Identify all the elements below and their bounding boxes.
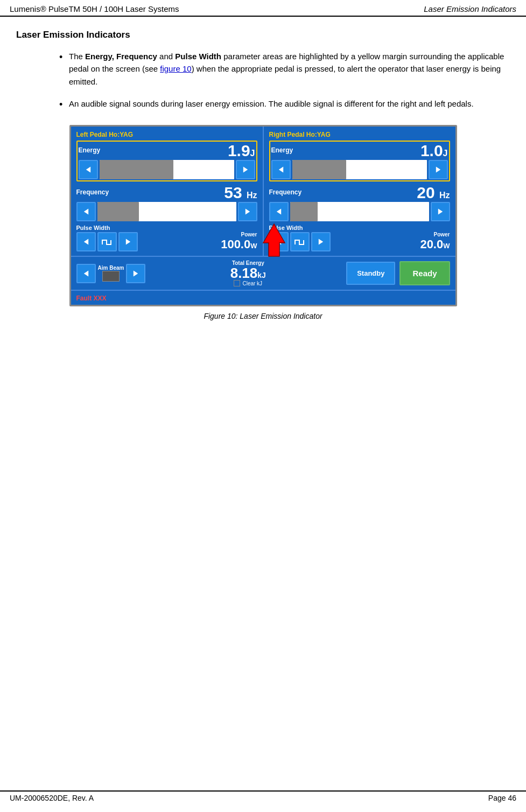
right-pedal-col: Right Pedal Ho:YAG Energy 1.0J xyxy=(264,127,455,256)
list-item-2: An audible signal sounds during laser en… xyxy=(59,97,510,110)
left-pedal-col: Left Pedal Ho:YAG Energy 1.9J xyxy=(71,127,264,256)
right-energy-block: Energy 1.0J xyxy=(269,141,450,181)
left-energy-value: 1.9J xyxy=(228,143,255,159)
right-freq-dec-btn[interactable] xyxy=(269,202,289,221)
aim-beam-inc-btn[interactable] xyxy=(126,264,145,283)
right-freq-slider[interactable] xyxy=(290,202,429,221)
figure-caption: Figure 10: Laser Emission Indicator xyxy=(204,312,322,320)
right-freq-slider-row xyxy=(269,202,450,221)
left-pw-label: Pulse Width xyxy=(76,225,219,231)
svg-marker-12 xyxy=(83,270,88,276)
right-freq-fill xyxy=(290,202,318,221)
left-energy-label: Energy xyxy=(79,146,101,154)
left-freq-fill xyxy=(97,202,139,221)
clear-kj-label: Clear kJ xyxy=(242,281,262,286)
svg-marker-7 xyxy=(436,166,440,172)
right-freq-value: 20 Hz xyxy=(417,185,450,201)
right-energy-dec-btn[interactable] xyxy=(271,160,291,179)
bullet-list: The Energy, Frequency and Pulse Width pa… xyxy=(16,50,510,110)
svg-marker-1 xyxy=(243,166,247,172)
svg-marker-0 xyxy=(86,166,90,172)
left-freq-dec-btn[interactable] xyxy=(76,202,96,221)
right-energy-slider[interactable] xyxy=(292,160,427,179)
left-energy-slider-row xyxy=(79,160,255,179)
left-freq-inc-btn[interactable] xyxy=(238,202,257,221)
right-energy-value: 1.0J xyxy=(420,143,448,159)
aim-beam-section: Aim Beam xyxy=(76,264,146,283)
left-freq-label: Frequency xyxy=(76,188,109,196)
svg-marker-11 xyxy=(318,239,322,244)
standby-button[interactable]: Standby xyxy=(346,262,395,285)
right-pw-label: Pulse Width xyxy=(269,225,418,231)
aim-beam-label: Aim Beam xyxy=(98,265,124,271)
bold-terms-2: Pulse Width xyxy=(175,52,221,61)
bold-terms-1: Energy, Frequency xyxy=(85,52,157,61)
right-power-label: Power xyxy=(433,232,450,237)
section-title: Laser Emission Indicators xyxy=(16,30,510,40)
list-item-1: The Energy, Frequency and Pulse Width pa… xyxy=(59,50,510,88)
figure-container: Left Pedal Ho:YAG Energy 1.9J xyxy=(69,125,457,320)
right-pw-slider-row xyxy=(269,232,418,251)
right-pw-inc-btn[interactable] xyxy=(311,232,331,251)
page-header: Lumenis® PulseTM 50H / 100H Laser System… xyxy=(0,0,526,17)
right-power-value: 20.0W xyxy=(420,237,450,251)
laser-panel: Left Pedal Ho:YAG Energy 1.9J xyxy=(69,125,457,306)
left-energy-dec-btn[interactable] xyxy=(79,160,98,179)
left-pw-dec-btn[interactable] xyxy=(76,232,96,251)
fault-row: Fault XXX xyxy=(71,290,455,305)
left-pw-icon xyxy=(97,232,117,251)
right-energy-inc-btn[interactable] xyxy=(429,160,448,179)
right-freq-inc-btn[interactable] xyxy=(431,202,450,221)
right-energy-fill xyxy=(292,160,346,179)
svg-marker-2 xyxy=(83,208,88,214)
right-pw-dec-btn[interactable] xyxy=(269,232,289,251)
header-left: Lumenis® PulseTM 50H / 100H Laser System… xyxy=(10,4,179,13)
left-frequency-block: Frequency 53 Hz xyxy=(76,185,257,221)
page-footer: UM-20006520DE, Rev. A Page 46 xyxy=(0,790,526,802)
svg-marker-8 xyxy=(276,208,280,214)
footer-right: Page 46 xyxy=(488,794,516,802)
aim-beam-dec-btn[interactable] xyxy=(76,264,96,283)
left-pw-inc-btn[interactable] xyxy=(118,232,138,251)
svg-marker-13 xyxy=(134,270,138,276)
header-right: Laser Emission Indicators xyxy=(424,4,516,13)
aim-beam-swatch xyxy=(102,271,120,282)
left-energy-slider[interactable] xyxy=(100,160,234,179)
left-pw-power-row: Pulse Width xyxy=(76,225,257,251)
bottom-bar: Aim Beam Total Energy 8.18kJ xyxy=(71,256,455,290)
right-freq-label: Frequency xyxy=(269,188,302,196)
pedal-section: Left Pedal Ho:YAG Energy 1.9J xyxy=(71,127,455,256)
left-freq-slider[interactable] xyxy=(97,202,236,221)
clear-kj-row: Clear kJ xyxy=(234,280,262,286)
footer-left: UM-20006520DE, Rev. A xyxy=(10,794,94,802)
left-freq-value: 53 Hz xyxy=(224,185,257,201)
left-energy-fill xyxy=(100,160,174,179)
right-pw-section: Pulse Width xyxy=(269,225,418,251)
figure-10-link[interactable]: figure 10 xyxy=(160,64,191,73)
fault-text: Fault XXX xyxy=(76,295,107,302)
right-pw-icon xyxy=(290,232,310,251)
right-power-section: Power 20.0W xyxy=(420,232,450,251)
svg-marker-4 xyxy=(83,239,88,244)
aim-beam-control: Aim Beam xyxy=(98,265,124,282)
left-energy-inc-btn[interactable] xyxy=(236,160,255,179)
svg-marker-9 xyxy=(438,208,442,214)
svg-marker-10 xyxy=(276,239,280,244)
right-energy-slider-row xyxy=(271,160,448,179)
left-energy-block: Energy 1.9J xyxy=(76,141,257,181)
left-power-label: Power xyxy=(241,232,257,237)
left-pw-slider-row xyxy=(76,232,219,251)
main-content: Laser Emission Indicators The Energy, Fr… xyxy=(0,17,526,376)
total-energy-value: 8.18kJ xyxy=(230,266,266,280)
right-frequency-block: Frequency 20 Hz xyxy=(269,185,450,221)
ready-button[interactable]: Ready xyxy=(399,261,450,285)
right-energy-value-row: Energy 1.0J xyxy=(271,143,448,159)
right-pw-power-row: Pulse Width xyxy=(269,225,450,251)
left-freq-value-row: Frequency 53 Hz xyxy=(76,185,257,201)
right-pedal-header: Right Pedal Ho:YAG xyxy=(269,131,450,138)
right-energy-label: Energy xyxy=(271,146,293,154)
left-energy-value-row: Energy 1.9J xyxy=(79,143,255,159)
total-energy-section: Total Energy 8.18kJ Clear kJ xyxy=(154,260,342,286)
clear-kj-checkbox[interactable] xyxy=(234,280,240,286)
left-pedal-header: Left Pedal Ho:YAG xyxy=(76,131,257,138)
